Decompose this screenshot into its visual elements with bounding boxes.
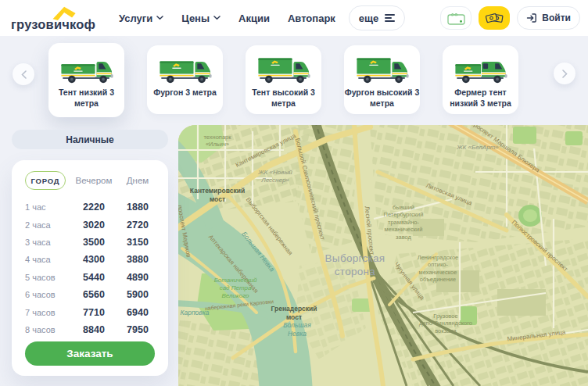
price-day: 5900 — [122, 289, 153, 300]
price-row-label: 4 часа — [25, 255, 66, 264]
nav-item-цены[interactable]: Цены — [181, 13, 220, 24]
price-row: 2 часа30202720 — [25, 216, 155, 233]
truck-card-farmer[interactable]: Фермер тент низкий 3 метра — [443, 45, 518, 114]
truck-image — [453, 51, 509, 87]
nav-item-label: Цены — [181, 13, 210, 24]
login-label: Войти — [542, 13, 571, 23]
more-menu-button[interactable]: еще — [349, 5, 405, 30]
price-day: 6940 — [122, 307, 153, 318]
nav-item-label: Услуги — [119, 13, 152, 24]
vehicle-carousel: Тент низкий 3 метраФургон 3 метраТент вы… — [48, 43, 518, 117]
price-day: 3880 — [122, 254, 153, 265]
price-evening: 3020 — [70, 220, 118, 231]
payment-method-label: Наличные — [66, 134, 113, 145]
truck-image — [59, 51, 115, 87]
price-day: 2720 — [122, 220, 153, 231]
chevron-down-icon — [156, 16, 163, 20]
payment-method-tab[interactable]: Наличные — [12, 130, 168, 149]
logo[interactable]: грузовичкоф — [11, 5, 108, 31]
nav-item-label: Автопарк — [288, 13, 335, 24]
city-tab[interactable]: ГОРОД — [25, 171, 66, 190]
price-day: 3150 — [122, 237, 153, 248]
price-evening: 2220 — [70, 202, 118, 213]
truck-card-tent-high[interactable]: Тент высокий 3 метра — [246, 45, 321, 114]
price-row-label: 7 часов — [25, 308, 66, 317]
header-actions: Войти — [440, 6, 580, 30]
truck-card-van-high[interactable]: Фургон высокий 3 метра — [344, 45, 420, 114]
nav-item-автопарк[interactable]: Автопарк — [288, 13, 335, 24]
nav-item-label: Акции — [238, 13, 270, 24]
price-row: 1 час22201880 — [25, 198, 155, 216]
price-card: ГОРОД Вечером Днем 1 час222018802 часа30… — [12, 160, 168, 376]
price-row-label: 2 часа — [25, 220, 66, 230]
gift-card-button[interactable] — [440, 6, 471, 30]
column-day: Днем — [122, 176, 153, 185]
order-button[interactable]: Заказать — [25, 341, 155, 366]
login-icon — [526, 13, 537, 23]
price-row-label: 5 часов — [25, 273, 66, 282]
truck-card-tent-low[interactable]: Тент низкий 3 метра — [48, 43, 124, 117]
map-graphic — [178, 125, 588, 386]
truck-card-label: Фургон 3 метра — [153, 88, 217, 98]
price-row-label: 8 часов — [25, 325, 66, 334]
price-evening: 6560 — [70, 289, 118, 300]
chevron-left-icon — [21, 70, 27, 79]
carousel-prev-button[interactable] — [13, 63, 34, 85]
map[interactable]: технопарк «Ильич»Кантемировский мостЖК «… — [178, 125, 588, 386]
money-icon — [486, 12, 504, 25]
top-bar: грузовичкоф УслугиЦеныАкцииАвтопарк еще — [0, 0, 588, 36]
price-row: 5 часов54404890 — [25, 269, 155, 286]
hamburger-icon — [385, 14, 395, 23]
price-row: 7 часов77106940 — [25, 303, 155, 320]
main-nav: УслугиЦеныАкцииАвтопарк — [119, 13, 335, 24]
nav-item-услуги[interactable]: Услуги — [119, 13, 163, 24]
price-evening: 7710 — [70, 307, 118, 318]
price-table-header: ГОРОД Вечером Днем — [25, 171, 155, 190]
price-day: 1880 — [122, 202, 153, 213]
chevron-right-icon — [562, 70, 568, 78]
price-table-body: 1 час222018802 часа302027203 часа3500315… — [25, 198, 155, 338]
price-day: 7950 — [122, 324, 153, 335]
truck-card-label: Тент высокий 3 метра — [252, 88, 315, 109]
truck-card-label: Фермер тент низкий 3 метра — [450, 88, 511, 109]
price-evening: 3500 — [70, 237, 118, 248]
truck-card-van[interactable]: Фургон 3 метра — [147, 45, 223, 114]
price-row: 6 часов65605900 — [25, 286, 155, 303]
price-day: 4890 — [122, 272, 153, 283]
price-evening: 5440 — [70, 272, 118, 283]
truck-card-label: Фургон высокий 3 метра — [345, 88, 420, 109]
login-button[interactable]: Войти — [517, 6, 580, 30]
price-row-label: 3 часа — [25, 238, 66, 247]
gift-card-icon — [447, 12, 465, 25]
price-row: 4 часа43003880 — [25, 251, 155, 268]
price-evening: 4300 — [70, 254, 118, 265]
logo-swoosh-icon — [52, 5, 78, 21]
price-evening: 8840 — [70, 324, 118, 335]
truck-card-label: Тент низкий 3 метра — [59, 88, 114, 109]
city-tab-label: ГОРОД — [31, 177, 60, 185]
more-menu-label: еще — [359, 13, 378, 24]
price-row: 8 часов88407950 — [25, 321, 155, 338]
truck-image — [354, 51, 411, 87]
cashback-button[interactable] — [479, 6, 510, 30]
price-row: 3 часа35003150 — [25, 234, 155, 251]
nav-item-акции[interactable]: Акции — [238, 13, 270, 24]
truck-image — [157, 51, 213, 87]
column-evening: Вечером — [70, 176, 118, 185]
chevron-down-icon — [213, 16, 220, 20]
price-row-label: 6 часов — [25, 290, 66, 299]
truck-image — [256, 51, 312, 87]
price-row-label: 1 час — [25, 202, 66, 212]
carousel-next-button[interactable] — [554, 63, 575, 84]
